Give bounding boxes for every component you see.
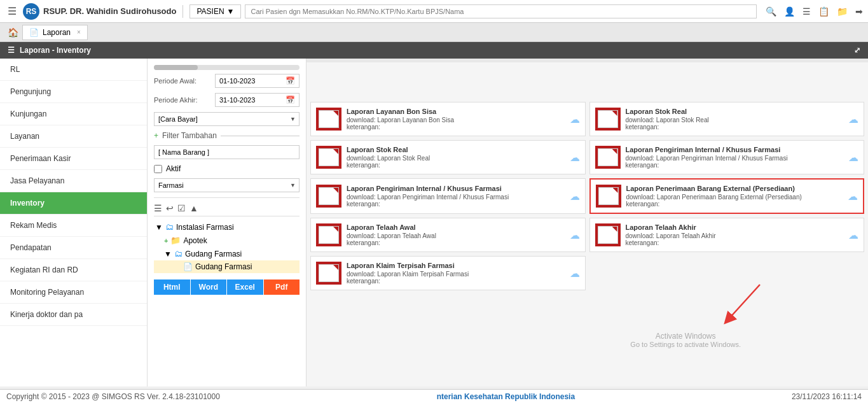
section-header: ☰ Laporan - Inventory ⤢ — [0, 42, 868, 59]
sidebar-item-layanan[interactable]: Layanan — [0, 125, 147, 148]
tree-item-instalasi-farmasi[interactable]: ▼ 🗂 Instalasi Farmasi — [154, 220, 300, 234]
report-download-1: download: Laporan Layanan Bon Sisa — [347, 117, 580, 124]
tree-up-icon[interactable]: ▲ — [189, 203, 198, 213]
sidebar-item-penerimaan-kasir[interactable]: Penerimaan Kasir — [0, 148, 147, 170]
periode-akhir-input[interactable] — [219, 96, 286, 104]
report-keterangan-6: keterangan: — [626, 201, 858, 208]
cara-bayar-select[interactable]: [Cara Bayar] — [154, 112, 300, 126]
aktif-checkbox[interactable] — [154, 165, 162, 173]
report-title-7: Laporan Telaah Awal — [347, 223, 580, 231]
report-card-text-5: Laporan Pengiriman Internal / Khusus Far… — [347, 185, 580, 208]
cloud-download-icon-6[interactable]: ☁ — [848, 190, 858, 202]
menu-icon[interactable]: ☰ — [803, 6, 811, 17]
tree-item-gudang-farmasi-child[interactable]: 📄 Gudang Farmasi — [154, 260, 300, 273]
report-download-7: download: Laporan Telaah Awal — [347, 232, 580, 239]
hamburger-icon[interactable]: ☰ — [5, 3, 19, 20]
laporan-tab[interactable]: 📄 Laporan × — [22, 25, 88, 40]
hospital-name: RSUP. DR. Wahidin Sudirohusodo — [43, 6, 176, 16]
sidebar-item-rl[interactable]: RL — [0, 59, 147, 81]
tree-undo-icon[interactable]: ↩ — [166, 203, 174, 213]
report-title-9: Laporan Klaim Terpisah Farmasi — [347, 262, 580, 269]
periode-awal-input[interactable] — [219, 77, 286, 85]
word-export-button[interactable]: Word — [191, 279, 227, 295]
folder-gudang-icon: 🗂 — [174, 249, 183, 258]
report-card-pengiriman-internal-1[interactable]: Laporan Pengiriman Internal / Khusus Far… — [589, 140, 865, 174]
cloud-download-icon-1[interactable]: ☁ — [570, 113, 580, 125]
periode-akhir-label: Periode Akhir: — [154, 96, 211, 104]
sidebar-item-pengunjung[interactable]: Pengunjung — [0, 81, 147, 103]
filter-tambahan-section: + Filter Tambahan — [154, 131, 300, 140]
tree-list-icon[interactable]: ☰ — [154, 203, 162, 213]
folder-icon[interactable]: 📁 — [837, 6, 848, 17]
report-card-stok-real-1[interactable]: Laporan Stok Real download: Laporan Stok… — [589, 102, 865, 136]
sidebar-item-kegiatan-ri-rd[interactable]: Kegiatan RI dan RD — [0, 259, 147, 281]
report-icon-9 — [316, 262, 341, 285]
report-title-4: Laporan Pengiriman Internal / Khusus Far… — [626, 146, 859, 153]
cloud-download-icon-7[interactable]: ☁ — [570, 229, 580, 241]
report-title-6: Laporan Penerimaan Barang External (Pers… — [626, 185, 858, 192]
nama-barang-input[interactable] — [154, 145, 300, 159]
report-card-klaim-terpisah[interactable]: Laporan Klaim Terpisah Farmasi download:… — [310, 256, 586, 290]
report-doc-icon-5 — [319, 187, 339, 205]
tree-expand-instalasi: ▼ — [155, 223, 163, 232]
tab-close-icon[interactable]: × — [77, 29, 81, 36]
report-card-layanan-bon-sisa[interactable]: Laporan Layanan Bon Sisa download: Lapor… — [310, 102, 586, 136]
periode-akhir-row: Periode Akhir: 📅 — [154, 93, 300, 107]
cloud-download-icon-8[interactable]: ☁ — [848, 229, 858, 241]
main-layout: RL Pengunjung Kunjungan Layanan Penerima… — [0, 59, 868, 386]
report-card-telaah-awal[interactable]: Laporan Telaah Awal download: Laporan Te… — [310, 218, 586, 252]
report-card-pengiriman-internal-2[interactable]: Laporan Pengiriman Internal / Khusus Far… — [310, 178, 586, 214]
document-icon[interactable]: 📋 — [818, 6, 829, 17]
sidebar-item-kinerja-dokter[interactable]: Kinerja doktor dan pa — [0, 304, 147, 326]
cloud-download-icon-4[interactable]: ☁ — [848, 152, 858, 164]
home-icon[interactable]: 🏠 — [4, 25, 22, 40]
add-user-icon[interactable]: 👤 — [784, 6, 795, 17]
sidebar-item-jasa-pelayanan[interactable]: Jasa Pelayanan — [0, 170, 147, 192]
farmasi-select[interactable]: Farmasi — [154, 178, 300, 192]
report-card-text-6: Laporan Penerimaan Barang External (Pers… — [626, 185, 858, 208]
reports-grid: Laporan Layanan Bon Sisa download: Lapor… — [310, 66, 864, 290]
pdf-export-button[interactable]: Pdf — [264, 279, 300, 295]
tree-check-icon[interactable]: ☑ — [177, 203, 186, 213]
patient-search-input[interactable] — [245, 4, 757, 18]
calendar-awal-icon[interactable]: 📅 — [286, 76, 295, 85]
report-download-8: download: Laporan Telaah Akhir — [626, 232, 859, 239]
report-card-penerimaan-external[interactable]: Laporan Penerimaan Barang External (Pers… — [589, 178, 865, 214]
excel-export-button[interactable]: Excel — [227, 279, 263, 295]
sidebar-item-kunjungan[interactable]: Kunjungan — [0, 103, 147, 125]
sidebar-item-pendapatan[interactable]: Pendapatan — [0, 237, 147, 259]
report-card-telaah-akhir[interactable]: Laporan Telaah Akhir download: Laporan T… — [589, 218, 865, 252]
report-card-stok-real-2[interactable]: Laporan Stok Real download: Laporan Stok… — [310, 140, 586, 174]
footer: Copyright © 2015 - 2023 @ SIMGOS RS Ver.… — [0, 389, 868, 403]
periode-awal-row: Periode Awal: 📅 — [154, 74, 300, 88]
tree-toolbar: ☰ ↩ ☑ ▲ — [154, 201, 300, 216]
report-icon-2 — [595, 108, 621, 131]
pasien-button[interactable]: PASIEN ▼ — [189, 4, 241, 18]
cloud-download-icon-5[interactable]: ☁ — [570, 190, 580, 202]
search-icon[interactable]: 🔍 — [766, 6, 776, 17]
tree-item-apotek[interactable]: + 📁 Apotek — [154, 234, 300, 247]
sidebar-item-monitoring-pelayanan[interactable]: Monitoring Pelayanan — [0, 281, 147, 304]
report-card-text-9: Laporan Klaim Terpisah Farmasi download:… — [347, 262, 580, 285]
panels-row: Periode Awal: 📅 Periode Akhir: 📅 — [148, 59, 868, 386]
report-card-text-7: Laporan Telaah Awal download: Laporan Te… — [347, 223, 580, 246]
cloud-download-icon-9[interactable]: ☁ — [570, 267, 580, 279]
topbar-separator — [183, 5, 183, 18]
report-title-2: Laporan Stok Real — [626, 108, 859, 115]
periode-awal-input-wrapper[interactable]: 📅 — [215, 74, 300, 88]
expand-icon[interactable]: ⤢ — [854, 46, 860, 55]
calendar-akhir-icon[interactable]: 📅 — [286, 95, 295, 104]
cloud-download-icon-2[interactable]: ☁ — [848, 113, 858, 125]
sidebar-item-inventory[interactable]: Inventory — [0, 192, 147, 215]
sidebar-item-rekam-medis[interactable]: Rekam Medis — [0, 215, 147, 237]
tree-expand-gudang: ▼ — [164, 250, 172, 258]
report-doc-icon-9 — [319, 264, 339, 282]
report-card-text-2: Laporan Stok Real download: Laporan Stok… — [626, 108, 859, 131]
periode-akhir-input-wrapper[interactable]: 📅 — [215, 93, 300, 107]
section-menu-icon[interactable]: ☰ — [8, 46, 15, 55]
cloud-download-icon-3[interactable]: ☁ — [570, 152, 580, 164]
logout-icon[interactable]: ➡ — [855, 6, 863, 17]
html-export-button[interactable]: Html — [154, 279, 190, 295]
filter-plus-icon[interactable]: + — [154, 131, 158, 140]
tree-item-gudang-farmasi-parent[interactable]: ▼ 🗂 Gudang Farmasi — [154, 247, 300, 260]
